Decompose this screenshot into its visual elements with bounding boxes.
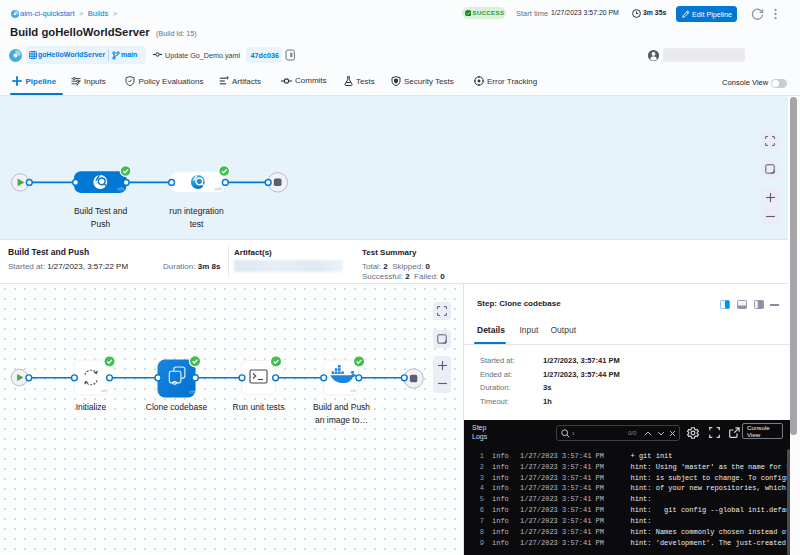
svg-text:</>: </> [351, 388, 358, 393]
svg-text:</>: </> [215, 186, 222, 192]
svg-text:</>: </> [117, 186, 124, 192]
svg-text:</>: </> [189, 390, 196, 395]
svg-text:</>: </> [101, 388, 108, 393]
